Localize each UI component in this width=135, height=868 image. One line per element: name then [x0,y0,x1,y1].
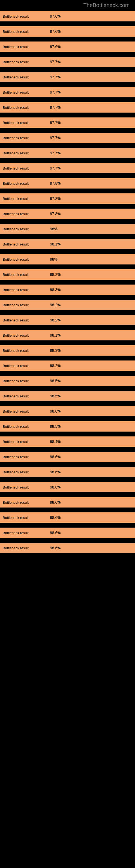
row-label: Bottleneck result [0,500,47,504]
row-value: 98.6% [47,409,61,413]
row-label: Bottleneck result [0,318,47,322]
bottleneck-row: Bottleneck result97.6% [0,11,135,22]
bottleneck-row: Bottleneck result98.6% [0,497,135,507]
row-label: Bottleneck result [0,197,47,201]
row-label: Bottleneck result [0,364,47,368]
row-value: 97.7% [47,151,61,155]
row-label: Bottleneck result [0,60,47,64]
bottleneck-row: Bottleneck result97.7% [0,148,135,158]
row-label: Bottleneck result [0,546,47,550]
row-value: 98.6% [47,455,61,459]
row-label: Bottleneck result [0,105,47,110]
row-label: Bottleneck result [0,470,47,474]
bottleneck-row: Bottleneck result98.6% [0,543,135,553]
row-value: 98.2% [47,364,61,368]
row-value: 97.6% [47,29,61,34]
row-value: 98.6% [47,516,61,520]
row-label: Bottleneck result [0,409,47,413]
row-label: Bottleneck result [0,75,47,79]
row-value: 98.6% [47,485,61,489]
row-value: 97.8% [47,212,61,216]
bottleneck-row: Bottleneck result98.2% [0,269,135,280]
row-value: 97.7% [47,60,61,64]
row-label: Bottleneck result [0,151,47,155]
row-value: 98.5% [47,379,61,383]
bottleneck-row: Bottleneck result98.6% [0,528,135,538]
row-value: 98.2% [47,272,61,277]
row-label: Bottleneck result [0,394,47,398]
row-value: 97.7% [47,135,61,140]
bottleneck-row: Bottleneck result98.6% [0,513,135,523]
row-label: Bottleneck result [0,45,47,49]
bottleneck-row: Bottleneck result98.3% [0,284,135,295]
bottleneck-row: Bottleneck result97.7% [0,118,135,128]
row-label: Bottleneck result [0,348,47,352]
row-value: 97.8% [47,196,61,201]
bottleneck-row: Bottleneck result98.4% [0,436,135,447]
row-label: Bottleneck result [0,90,47,94]
bottleneck-row: Bottleneck result97.7% [0,72,135,82]
row-label: Bottleneck result [0,485,47,489]
bottleneck-row: Bottleneck result97.8% [0,209,135,219]
row-label: Bottleneck result [0,425,47,429]
row-value: 97.6% [47,44,61,49]
row-label: Bottleneck result [0,303,47,307]
bottleneck-row: Bottleneck result98.3% [0,345,135,355]
row-label: Bottleneck result [0,257,47,261]
row-label: Bottleneck result [0,121,47,125]
row-label: Bottleneck result [0,227,47,231]
row-label: Bottleneck result [0,288,47,292]
bottleneck-row: Bottleneck result98.2% [0,361,135,371]
page-header: TheBottleneck.com [0,0,135,9]
bottleneck-chart: Bottleneck result97.6%Bottleneck result9… [0,9,135,553]
row-value: 98.6% [47,531,61,535]
row-value: 97.7% [47,105,61,110]
bottleneck-row: Bottleneck result97.6% [0,26,135,37]
bottleneck-row: Bottleneck result98.1% [0,330,135,340]
row-label: Bottleneck result [0,273,47,277]
row-label: Bottleneck result [0,333,47,337]
bottleneck-row: Bottleneck result97.8% [0,178,135,188]
row-value: 98.6% [47,470,61,474]
row-label: Bottleneck result [0,136,47,140]
row-label: Bottleneck result [0,516,47,520]
row-value: 98.5% [47,424,61,429]
row-value: 98.6% [47,546,61,550]
bottleneck-row: Bottleneck result97.8% [0,193,135,204]
row-value: 98% [47,257,57,261]
bottleneck-row: Bottleneck result98.2% [0,315,135,325]
row-value: 97.7% [47,120,61,125]
row-value: 97.6% [47,14,61,19]
row-value: 98% [47,227,57,231]
bottleneck-row: Bottleneck result98.6% [0,467,135,477]
row-value: 97.7% [47,166,61,170]
row-label: Bottleneck result [0,440,47,444]
row-value: 98.3% [47,287,61,292]
row-value: 98.5% [47,394,61,398]
row-label: Bottleneck result [0,455,47,459]
bottleneck-row: Bottleneck result98.6% [0,482,135,492]
row-value: 98.2% [47,303,61,307]
row-value: 98.1% [47,242,61,246]
bottleneck-row: Bottleneck result97.7% [0,57,135,67]
bottleneck-row: Bottleneck result98% [0,254,135,265]
bottleneck-row: Bottleneck result98.1% [0,239,135,249]
row-value: 97.7% [47,90,61,94]
bottleneck-row: Bottleneck result97.6% [0,41,135,52]
row-value: 98.4% [47,439,61,444]
row-label: Bottleneck result [0,166,47,170]
bottleneck-row: Bottleneck result97.7% [0,87,135,97]
row-label: Bottleneck result [0,30,47,34]
bottleneck-row: Bottleneck result97.7% [0,133,135,143]
row-value: 98.2% [47,318,61,322]
row-value: 98.3% [47,348,61,352]
row-label: Bottleneck result [0,14,47,19]
row-label: Bottleneck result [0,212,47,216]
row-value: 98.1% [47,333,61,337]
bottleneck-row: Bottleneck result98% [0,224,135,234]
site-name: TheBottleneck.com [83,2,130,8]
row-value: 97.7% [47,75,61,79]
row-label: Bottleneck result [0,182,47,186]
row-label: Bottleneck result [0,379,47,383]
bottleneck-row: Bottleneck result98.5% [0,376,135,386]
